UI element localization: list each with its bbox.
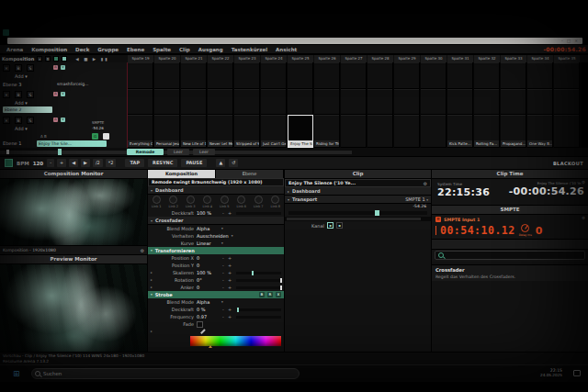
- clip-slot[interactable]: [501, 89, 526, 115]
- layer-audio-chip[interactable]: A: [53, 118, 58, 122]
- param-value[interactable]: Alpha: [197, 226, 219, 231]
- link-knob[interactable]: [237, 196, 245, 204]
- gear-icon[interactable]: ⚙: [582, 180, 585, 185]
- increment-button[interactable]: +: [228, 314, 232, 319]
- param-value[interactable]: Linear: [197, 241, 219, 246]
- deck-tab-active[interactable]: Remode: [127, 149, 164, 155]
- dropdown-arrow-icon[interactable]: ▾: [221, 227, 223, 230]
- pause-button[interactable]: PAUSE: [181, 159, 207, 167]
- taskbar-clock[interactable]: 22:15 24.05.2025: [540, 368, 562, 377]
- increment-button[interactable]: +: [228, 270, 232, 275]
- dropdown-arrow-icon[interactable]: ▾: [221, 300, 223, 304]
- expand-arrow-icon[interactable]: ▸: [151, 271, 154, 274]
- clip-slot[interactable]: [208, 89, 233, 115]
- deck-tab-empty-2[interactable]: Leer: [193, 149, 215, 155]
- composition-active-indicator[interactable]: [53, 56, 59, 62]
- clip-slot[interactable]: [128, 89, 153, 115]
- undo-icon[interactable]: ↺: [229, 159, 238, 167]
- composition-b-button[interactable]: B: [45, 56, 51, 62]
- clip-cell[interactable]: One Way B...: [527, 115, 553, 148]
- clip-slot[interactable]: [501, 62, 526, 89]
- metronome-icon[interactable]: [5, 159, 13, 167]
- clip-cell[interactable]: Everything Co...: [128, 115, 153, 148]
- clip-cell[interactable]: New Life of 19...: [181, 115, 207, 148]
- clip-slot[interactable]: [474, 89, 500, 115]
- section-header-transformieren[interactable]: ▾Transformieren: [148, 247, 284, 254]
- column-header[interactable]: Spalte 22: [208, 55, 233, 62]
- smpte-input-row[interactable]: ≡ SMPTE Input 1: [435, 217, 584, 222]
- column-header[interactable]: Spalte 24: [261, 55, 287, 62]
- clip-slot[interactable]: [474, 62, 500, 89]
- clip-cell[interactable]: Propagand...: [501, 115, 526, 148]
- clip-slot[interactable]: [208, 62, 233, 89]
- menu-item-komposition[interactable]: Komposition: [31, 47, 67, 52]
- layer-solo-button[interactable]: S: [27, 64, 34, 72]
- link-knob[interactable]: [254, 196, 263, 204]
- link-knob[interactable]: [203, 196, 211, 204]
- clip-slot[interactable]: [154, 89, 180, 115]
- increment-button[interactable]: +: [228, 210, 232, 216]
- resync-button[interactable]: RESYNC: [148, 159, 177, 167]
- clip-slot[interactable]: [421, 115, 447, 148]
- dropdown-arrow-icon[interactable]: ▾: [232, 234, 233, 238]
- clip-slot[interactable]: [314, 62, 340, 89]
- clip-cell[interactable]: Riding for Th...: [314, 115, 340, 148]
- link-knob[interactable]: [187, 196, 195, 204]
- menu-item-tastenk-rzel[interactable]: Tastenkürzel: [232, 47, 267, 52]
- notification-icon[interactable]: [573, 370, 581, 376]
- clip-slot[interactable]: [341, 62, 367, 89]
- param-value[interactable]: 100 %: [197, 270, 219, 275]
- expand-arrow-icon[interactable]: ▸: [151, 286, 154, 289]
- expand-arrow-icon[interactable]: ▸: [151, 330, 154, 333]
- decrement-button[interactable]: -: [221, 277, 225, 283]
- clip-slot[interactable]: [394, 89, 420, 115]
- dashboard-link[interactable]: Link 1: [152, 196, 162, 208]
- preview-monitor-video[interactable]: [0, 264, 147, 352]
- bypass-button-r[interactable]: R: [267, 292, 273, 297]
- param-value[interactable]: 0: [197, 285, 219, 290]
- tab-komposition[interactable]: Komposition: [148, 170, 216, 178]
- clip-slot[interactable]: [261, 89, 287, 115]
- layer-video-chip[interactable]: V: [61, 65, 65, 70]
- crossfader-section-header[interactable]: ▾ Crossfader: [148, 217, 284, 225]
- maximize-icon[interactable]: □: [567, 39, 571, 43]
- collapse-arrow-icon[interactable]: ▾: [151, 249, 153, 252]
- column-header[interactable]: Spalte 30: [421, 55, 447, 62]
- layer-solo-button[interactable]: S: [27, 117, 34, 124]
- clip-cell[interactable]: Kick Patte...: [447, 115, 473, 148]
- clip-slot[interactable]: [421, 62, 447, 89]
- clip-slot[interactable]: [368, 115, 393, 148]
- layer-play-indicator[interactable]: G: [92, 133, 98, 140]
- menu-item-spalte[interactable]: Spalte: [153, 47, 171, 52]
- layer-add-button[interactable]: Add ▾: [15, 73, 28, 79]
- search-input[interactable]: [435, 251, 585, 260]
- dashboard-section-header[interactable]: ▾ Dashboard: [148, 186, 284, 195]
- menu-item-arena[interactable]: Arena: [6, 47, 23, 52]
- column-header[interactable]: Spalte 26: [314, 55, 340, 62]
- param-slider[interactable]: [236, 308, 281, 311]
- column-header[interactable]: Spalte 21: [181, 55, 207, 62]
- clip-slot[interactable]: [288, 62, 313, 89]
- bpm-button-[interactable]: +: [57, 159, 66, 167]
- delay-value[interactable]: 0: [536, 225, 543, 237]
- tab-ebene[interactable]: Ebene: [216, 170, 284, 178]
- start-button[interactable]: ⊞: [13, 369, 20, 378]
- clip-slot[interactable]: [261, 62, 287, 89]
- layer-name-label[interactable]: Ebene 3: [3, 82, 21, 87]
- layer-audio-chip[interactable]: A: [53, 65, 58, 70]
- clip-slot[interactable]: [314, 89, 340, 115]
- deck-transport-buttons[interactable]: ◀ ■ ▶ ▮▮: [75, 57, 108, 62]
- bpm-button-2[interactable]: *2: [106, 159, 117, 167]
- dashboard-link[interactable]: Link 8: [270, 196, 280, 208]
- dashboard-link[interactable]: Link 4: [202, 196, 212, 208]
- increment-button[interactable]: +: [228, 285, 232, 290]
- clip-slot[interactable]: [288, 89, 313, 115]
- layer-b-button[interactable]: B: [15, 64, 22, 72]
- dashboard-link[interactable]: Link 3: [186, 196, 196, 208]
- layer-b-button[interactable]: B: [15, 91, 22, 98]
- dropdown-arrow-icon[interactable]: ▾: [221, 241, 223, 245]
- increment-button[interactable]: +: [228, 307, 232, 312]
- clip-cell[interactable]: Stripped of 9...: [234, 115, 260, 148]
- param-slider[interactable]: [236, 212, 281, 215]
- clip-cell[interactable]: Just Can't Get...: [261, 115, 287, 148]
